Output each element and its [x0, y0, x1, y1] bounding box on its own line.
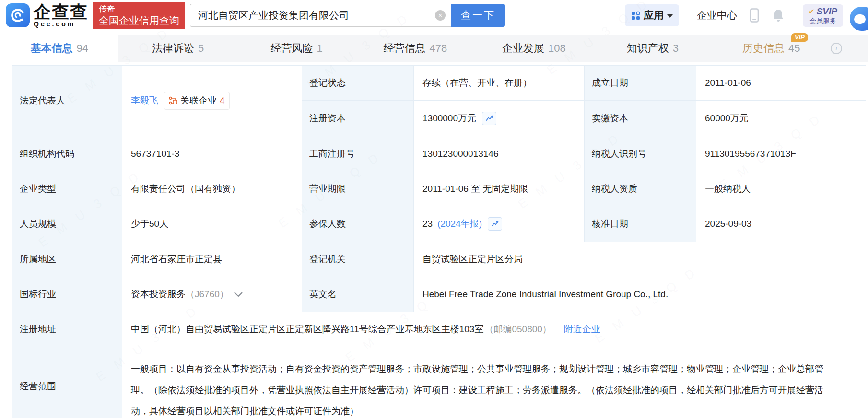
- company-type-label: 企业类型: [12, 172, 122, 206]
- business-reg-no-label: 工商注册号: [302, 136, 414, 172]
- nearby-companies-link[interactable]: 附近企业: [564, 323, 600, 336]
- reg-capital-chart-icon[interactable]: [482, 112, 496, 125]
- tab-count: 5: [198, 42, 204, 55]
- reg-capital-value: 1300000万元: [422, 112, 476, 125]
- tab-count: 478: [430, 42, 447, 55]
- brand-name-cn: 企查查: [34, 3, 88, 21]
- org-code-label: 组织机构代码: [12, 136, 122, 172]
- industry-code: （J6760）: [186, 288, 229, 301]
- caret-down-icon: [667, 14, 673, 18]
- reg-authority-label: 登记机关: [302, 242, 414, 277]
- establish-date-label: 成立日期: [585, 66, 696, 101]
- related-companies-label: 关联企业: [180, 94, 217, 107]
- taxpayer-id-value: 91130195567371013F: [696, 136, 866, 172]
- english-name-label: 英文名: [302, 277, 414, 312]
- establish-date-value: 2011-01-06: [696, 66, 866, 101]
- insured-annual-report-link[interactable]: (2024年报): [437, 218, 482, 230]
- reg-status-label: 登记状态: [302, 66, 414, 101]
- svip-sublabel: 会员服务: [809, 17, 836, 24]
- qcc-company-page: E M U 3 Q D E M U 3 Q D E M U 3 Q D E M …: [0, 0, 868, 418]
- tab-legal-proceedings[interactable]: 法律诉讼 5: [118, 35, 237, 62]
- scope-label: 经营范围: [12, 347, 122, 418]
- tab-business-info[interactable]: 经营信息 478: [356, 35, 474, 62]
- reg-status-value: 存续（在营、开业、在册）: [414, 66, 585, 101]
- address-value: 中国（河北）自由贸易试验区正定片区正定新区隆兴路11号综合产业基地东区主楼103…: [131, 323, 483, 336]
- apps-menu-button[interactable]: 应用: [625, 4, 679, 26]
- tab-company-development[interactable]: 企业发展 108: [475, 35, 593, 62]
- insured-cell: 23 (2024年报): [414, 206, 585, 242]
- scope-value: 一般项目：以自有资金从事投资活动；自有资金投资的资产管理服务；市政设施管理；公共…: [122, 347, 866, 418]
- chevron-down-icon[interactable]: [234, 291, 243, 297]
- tab-basic-info[interactable]: 基本信息 94: [0, 35, 118, 62]
- region-label: 所属地区: [12, 242, 122, 277]
- address-label: 注册地址: [12, 312, 122, 347]
- tab-intellectual-property[interactable]: 知识产权 3: [593, 35, 712, 62]
- tab-operating-risk[interactable]: 经营风险 1: [237, 35, 356, 62]
- customer-service-mascot[interactable]: [850, 7, 868, 31]
- mobile-app-icon[interactable]: [750, 8, 759, 23]
- business-term-value: 2011-01-06 至 无固定期限: [414, 172, 585, 206]
- svip-member-button[interactable]: ✔ SVIP 会员服务: [803, 4, 843, 27]
- qcc-logo-text: 企查查 Qcc.com: [34, 3, 88, 28]
- industry-value: 资本投资服务: [131, 288, 186, 301]
- tab-label: 经营风险: [270, 41, 313, 56]
- region-value: 河北省石家庄市正定县: [122, 242, 302, 277]
- search-button[interactable]: 查一下: [451, 4, 505, 27]
- enterprise-center-link[interactable]: 企业中心: [697, 9, 737, 22]
- top-header: 企查查 Qcc.com 传奇 全国企业信用查询 × 查一下: [0, 0, 868, 31]
- org-code-value: 56737101-3: [122, 136, 302, 172]
- legal-rep-link[interactable]: 李毅飞: [131, 94, 158, 107]
- paid-capital-label: 实缴资本: [585, 101, 696, 136]
- tab-count: 1: [317, 42, 322, 55]
- related-companies-icon: [169, 96, 177, 105]
- approval-date-value: 2025-09-03: [696, 206, 866, 242]
- section-tabbar: 基本信息 94 法律诉讼 5 经营风险 1 经营信息 478 企业发展 108 …: [0, 35, 868, 62]
- qcc-logo-icon: [6, 3, 30, 27]
- promo-line2: 全国企业信用查询: [99, 14, 179, 27]
- info-icon[interactable]: i: [831, 43, 842, 54]
- header-nav: 应用 企业中心 ✔ SVIP: [625, 4, 868, 27]
- taxpayer-quality-value: 一般纳税人: [696, 172, 866, 206]
- address-cell: 中国（河北）自由贸易试验区正定片区正定新区隆兴路11号综合产业基地东区主楼103…: [122, 312, 866, 347]
- staff-size-value: 少于50人: [122, 206, 302, 242]
- divider: [794, 10, 794, 21]
- search-input[interactable]: [190, 4, 451, 27]
- tab-count: 108: [548, 42, 566, 55]
- address-postcode: （邮编050800）: [484, 323, 551, 336]
- business-reg-no-value: 130123000013146: [414, 136, 585, 172]
- company-info-table: 法定代表人 李毅飞 关联企业 4 登记状态 存续（在营、开业、在册） 成立日期 …: [12, 65, 866, 418]
- tab-label: 历史信息: [742, 41, 785, 56]
- tab-history-info[interactable]: 历史信息 VIP 45: [712, 35, 831, 62]
- approval-date-label: 核准日期: [585, 206, 696, 242]
- vip-badge: VIP: [791, 33, 808, 42]
- company-type-value: 有限责任公司（国有独资）: [122, 172, 302, 206]
- promo-line1: 传奇: [99, 4, 179, 14]
- qcc-logo[interactable]: 企查查 Qcc.com: [6, 3, 88, 28]
- tab-count: 45: [788, 42, 800, 54]
- apps-label: 应用: [644, 9, 664, 22]
- business-term-label: 营业期限: [302, 172, 414, 206]
- legal-rep-label: 法定代表人: [12, 66, 122, 136]
- related-companies-badge[interactable]: 关联企业 4: [164, 92, 230, 110]
- related-companies-count: 4: [220, 95, 225, 106]
- notifications-bell-icon[interactable]: [772, 8, 785, 23]
- taxpayer-quality-label: 纳税人资质: [585, 172, 696, 206]
- tab-count: 94: [76, 42, 88, 55]
- industry-label: 国标行业: [12, 277, 122, 312]
- search-bar: × 查一下: [190, 4, 505, 27]
- industry-cell: 资本投资服务 （J6760）: [122, 277, 302, 312]
- legal-rep-cell: 李毅飞 关联企业 4: [122, 66, 302, 136]
- paid-capital-value: 60000万元: [696, 101, 866, 136]
- insured-label: 参保人数: [302, 206, 414, 242]
- tab-label: 企业发展: [502, 41, 544, 56]
- insured-chart-icon[interactable]: [488, 217, 502, 231]
- clear-search-icon[interactable]: ×: [435, 10, 446, 21]
- tab-label: 基本信息: [30, 41, 72, 56]
- svip-crown-icon: ✔: [809, 8, 815, 15]
- promo-badge: 传奇 全国企业信用查询: [93, 2, 185, 29]
- taxpayer-id-label: 纳税人识别号: [585, 136, 696, 172]
- tab-label: 法律诉讼: [152, 41, 194, 56]
- english-name-value: Hebei Free Trade Zone Industrial Investm…: [414, 277, 866, 312]
- insured-count: 23: [422, 219, 433, 229]
- tab-count: 3: [673, 42, 679, 55]
